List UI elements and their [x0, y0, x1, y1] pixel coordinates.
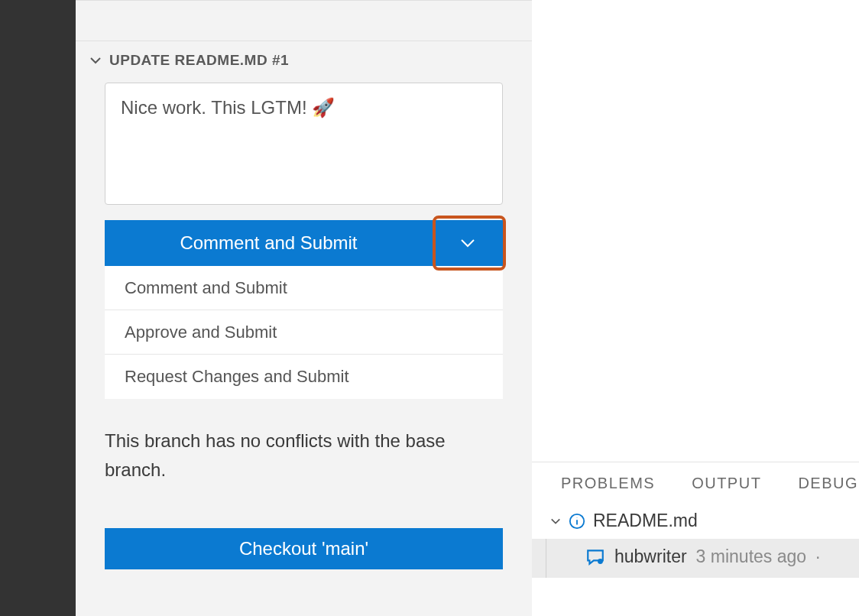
submit-review-split-button: Comment and Submit: [105, 220, 503, 266]
submit-review-button[interactable]: Comment and Submit: [105, 220, 433, 266]
checkout-button-label: Checkout 'main': [239, 538, 368, 559]
panel-body: README.md hubwriter 3 minutes ago ·: [532, 506, 859, 578]
submit-options-list: Comment and Submit Approve and Submit Re…: [105, 266, 503, 399]
option-request-changes-and-submit[interactable]: Request Changes and Submit: [105, 355, 503, 399]
info-icon: [569, 513, 585, 530]
panel-comment-user: hubwriter: [614, 546, 687, 567]
checkout-button[interactable]: Checkout 'main': [105, 528, 503, 569]
tab-problems[interactable]: PROBLEMS: [561, 475, 655, 492]
option-label: Request Changes and Submit: [125, 367, 349, 387]
panel-comment-time: 3 minutes ago: [696, 546, 806, 567]
review-comment-input[interactable]: [105, 83, 503, 205]
svg-point-3: [598, 558, 603, 563]
pr-title: UPDATE README.MD #1: [109, 52, 289, 69]
chevron-down-icon: [550, 516, 561, 527]
tab-output[interactable]: OUTPUT: [692, 475, 761, 492]
svg-point-2: [577, 517, 578, 517]
option-approve-and-submit[interactable]: Approve and Submit: [105, 310, 503, 355]
pr-sidebar: UPDATE README.MD #1 Comment and Submit C…: [76, 0, 532, 616]
activity-bar[interactable]: [0, 0, 76, 616]
panel-file-label: README.md: [593, 511, 698, 531]
option-comment-and-submit[interactable]: Comment and Submit: [105, 266, 503, 310]
comment-icon: [585, 547, 605, 567]
option-label: Comment and Submit: [125, 278, 287, 298]
panel-file-row[interactable]: README.md: [532, 506, 859, 531]
tab-debug[interactable]: DEBUG: [798, 475, 858, 492]
chevron-down-icon: [459, 234, 477, 252]
panel-tab-bar: PROBLEMS OUTPUT DEBUG: [532, 462, 859, 503]
panel-comment-row[interactable]: hubwriter 3 minutes ago ·: [532, 539, 859, 578]
editor-area: PROBLEMS OUTPUT DEBUG README.md hubwrite…: [532, 0, 859, 616]
merge-conflict-status: This branch has no conflicts with the ba…: [105, 426, 503, 485]
option-label: Approve and Submit: [125, 323, 277, 342]
chevron-down-icon: [89, 54, 102, 66]
submit-review-dropdown-button[interactable]: [433, 220, 503, 266]
pr-section-header[interactable]: UPDATE README.MD #1: [76, 41, 532, 69]
submit-review-button-label: Comment and Submit: [180, 232, 357, 254]
panel-trailing-dot: ·: [815, 546, 820, 567]
